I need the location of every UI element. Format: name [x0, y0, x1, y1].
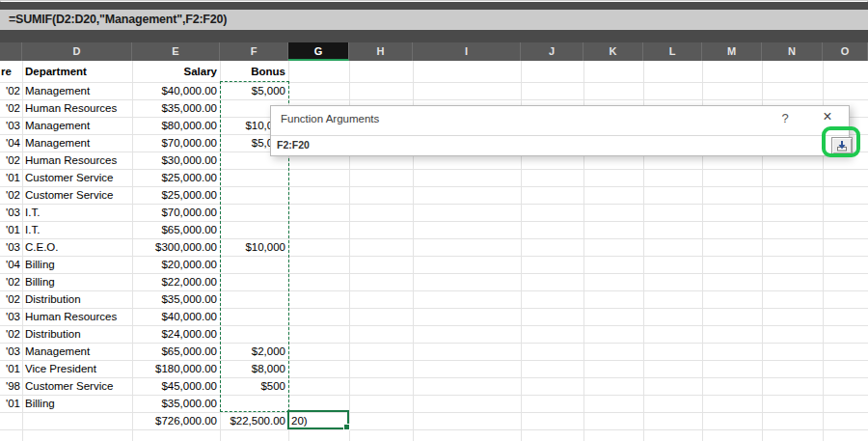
cell-F17[interactable]: $2,000 [220, 343, 285, 360]
cell-C14[interactable]: '02 [0, 290, 20, 308]
column-header-G[interactable]: G [288, 42, 349, 61]
column-header-M[interactable]: M [702, 42, 762, 61]
cell-F19[interactable]: $500 [220, 377, 285, 395]
cell-C11[interactable]: '03 [0, 238, 20, 256]
cell-E21[interactable]: $726,000.00 [132, 412, 217, 429]
cell-D1[interactable]: Department [25, 61, 131, 82]
cell-C17[interactable]: '03 [0, 343, 20, 360]
column-header-clipped[interactable] [0, 42, 22, 61]
cell-E19[interactable]: $45,000.00 [132, 377, 217, 395]
cell-C8[interactable]: '02 [0, 186, 20, 204]
sheet-row-20: '01Billing$35,000.00 [0, 395, 868, 412]
column-header-N[interactable]: N [762, 42, 823, 61]
cell-D10[interactable]: I.T. [25, 221, 131, 238]
column-header-J[interactable]: J [521, 42, 583, 61]
cell-F2[interactable]: $5,000 [220, 82, 285, 99]
cell-D9[interactable]: I.T. [25, 204, 131, 221]
cell-E11[interactable]: $300,000.00 [132, 238, 217, 256]
cell-D6[interactable]: Human Resources [25, 152, 131, 169]
column-header-I[interactable]: I [413, 42, 521, 61]
top-chrome-strip [0, 2, 868, 10]
cell-D11[interactable]: C.E.O. [25, 238, 131, 256]
cell-D4[interactable]: Management [25, 117, 131, 134]
cell-E17[interactable]: $65,000.00 [132, 343, 217, 360]
cell-E4[interactable]: $80,000.00 [132, 117, 217, 134]
cell-D13[interactable]: Billing [25, 273, 131, 290]
cell-E10[interactable]: $65,000.00 [132, 221, 217, 238]
cell-F18[interactable]: $8,000 [220, 360, 285, 377]
sheet-row-18: '01Vice President$180,000.00$8,000 [0, 360, 868, 377]
column-header-K[interactable]: K [583, 42, 643, 61]
cell-E3[interactable]: $35,000.00 [132, 99, 217, 117]
column-header-E[interactable]: E [132, 42, 220, 61]
function-arguments-dialog[interactable]: Function Arguments ? × F2:F20 [270, 105, 850, 156]
gridline-horizontal [0, 429, 868, 430]
cell-D20[interactable]: Billing [25, 395, 131, 412]
cell-E1[interactable]: Salary [132, 61, 217, 82]
reference-input[interactable]: F2:F20 [271, 135, 849, 155]
cell-D17[interactable]: Management [25, 343, 131, 360]
cell-D19[interactable]: Customer Service [25, 377, 131, 395]
cell-C13[interactable]: '02 [0, 273, 20, 290]
cell-C10[interactable]: '01 [0, 221, 20, 238]
cell-E18[interactable]: $180,000.00 [132, 360, 217, 377]
sheet-row-15: '03Human Resources$40,000.00 [0, 308, 868, 325]
cell-C12[interactable]: '04 [0, 256, 20, 273]
cell-E16[interactable]: $24,000.00 [132, 325, 217, 343]
cell-D16[interactable]: Distribution [25, 325, 131, 343]
formula-bar[interactable]: =SUMIF(D2:D20,"Management",F2:F20) [0, 10, 868, 30]
cell-E6[interactable]: $30,000.00 [132, 152, 217, 169]
cell-D7[interactable]: Customer Service [25, 169, 131, 186]
cell-E20[interactable]: $35,000.00 [132, 395, 217, 412]
help-icon[interactable]: ? [776, 111, 794, 128]
cell-D12[interactable]: Billing [25, 256, 131, 273]
cell-D18[interactable]: Vice President [25, 360, 131, 377]
cell-F21[interactable]: $22,500.00 [220, 412, 285, 429]
close-icon[interactable]: × [817, 108, 838, 129]
cell-C1[interactable]: re [1, 61, 22, 82]
cell-D5[interactable]: Management [25, 134, 131, 152]
cell-E8[interactable]: $25,000.00 [132, 186, 217, 204]
cell-C2[interactable]: '02 [0, 82, 20, 99]
cell-E13[interactable]: $22,000.00 [132, 273, 217, 290]
cell-C18[interactable]: '01 [0, 360, 20, 377]
mid-chrome-strip [0, 30, 868, 42]
cell-E7[interactable]: $25,000.00 [132, 169, 217, 186]
column-header-D[interactable]: D [22, 42, 132, 61]
cell-C20[interactable]: '01 [0, 395, 20, 412]
cell-E14[interactable]: $35,000.00 [132, 290, 217, 308]
cell-C6[interactable]: '02 [0, 152, 20, 169]
cell-C15[interactable]: '03 [0, 308, 20, 325]
expand-dialog-button[interactable] [831, 137, 853, 154]
active-cell-border[interactable] [287, 410, 349, 429]
sheet-row-16: '02Distribution$24,000.00 [0, 325, 868, 343]
cell-C16[interactable]: '02 [0, 325, 20, 343]
column-header-H[interactable]: H [349, 42, 413, 61]
cell-D2[interactable]: Management [25, 82, 131, 99]
cell-D8[interactable]: Customer Service [25, 186, 131, 204]
cell-E5[interactable]: $70,000.00 [132, 134, 217, 152]
cell-E12[interactable]: $20,000.00 [132, 256, 217, 273]
cell-E2[interactable]: $40,000.00 [132, 82, 217, 99]
column-header-O[interactable]: O [823, 42, 868, 61]
cell-E9[interactable]: $70,000.00 [132, 204, 217, 221]
cell-C5[interactable]: '04 [0, 134, 20, 152]
cell-C7[interactable]: '01 [0, 169, 20, 186]
cell-D3[interactable]: Human Resources [25, 99, 131, 117]
column-header-L[interactable]: L [643, 42, 702, 61]
cell-C19[interactable]: '98 [0, 377, 20, 395]
spreadsheet-screenshot: =SUMIF(D2:D20,"Management",F2:F20) DEFGH… [0, 0, 868, 441]
cell-F11[interactable]: $10,000 [220, 238, 285, 256]
sheet-row-9: '03I.T.$70,000.00 [0, 204, 868, 221]
fill-handle[interactable] [343, 424, 350, 430]
cell-E15[interactable]: $40,000.00 [132, 308, 217, 325]
column-header-F[interactable]: F [220, 42, 288, 61]
cell-C9[interactable]: '03 [0, 204, 20, 221]
sheet-row-21: $726,000.00$22,500.0020) [0, 412, 868, 429]
sheet-row-8: '02Customer Service$25,000.00 [0, 186, 868, 204]
cell-F1[interactable]: Bonus [220, 61, 285, 82]
cell-D14[interactable]: Distribution [25, 290, 131, 308]
cell-C4[interactable]: '03 [0, 117, 20, 134]
cell-C3[interactable]: '02 [0, 99, 20, 117]
cell-D15[interactable]: Human Resources [25, 308, 131, 325]
